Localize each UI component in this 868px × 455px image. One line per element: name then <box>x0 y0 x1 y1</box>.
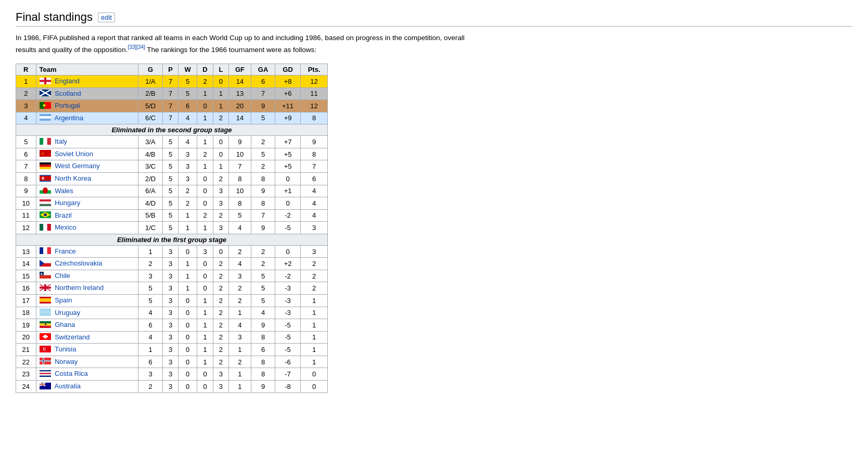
pts-cell: 4 <box>301 197 328 210</box>
table-row: 2 Scotland 2/B 7 5 1 1 13 7 +6 11 <box>16 87 328 100</box>
team-link[interactable]: Brazil <box>55 211 72 219</box>
team-link[interactable]: Chile <box>55 272 70 280</box>
svg-rect-2 <box>40 80 51 82</box>
team-link[interactable]: West Germany <box>55 162 99 170</box>
played-cell: 3 <box>162 270 178 282</box>
team-cell: Brazil <box>36 209 138 222</box>
gf-cell: 1 <box>228 368 251 381</box>
flag-icon <box>40 309 51 317</box>
gd-cell: -3 <box>275 282 300 295</box>
team-link[interactable]: Switzerland <box>55 333 90 341</box>
svg-rect-59 <box>40 313 51 314</box>
team-link[interactable]: Northern Ireland <box>55 284 104 292</box>
team-cell: Portugal <box>36 100 138 112</box>
ga-cell: 8 <box>251 368 275 381</box>
flag-icon <box>40 78 51 86</box>
svg-rect-53 <box>40 298 51 302</box>
gd-cell: -7 <box>275 368 300 381</box>
team-cell: France <box>36 245 138 258</box>
team-link[interactable]: Soviet Union <box>55 150 93 158</box>
group-cell: 5 <box>138 282 163 295</box>
gf-cell: 4 <box>228 222 251 234</box>
table-row: 4 Argentina 6/C 7 4 1 2 14 5 +9 8 <box>16 112 328 124</box>
table-row: 17 Spain 5 3 0 1 2 2 5 -3 1 <box>16 295 328 307</box>
ga-cell: 7 <box>251 87 275 100</box>
won-cell: 0 <box>178 319 197 332</box>
won-cell: 0 <box>178 356 197 368</box>
drawn-cell: 1 <box>197 344 213 356</box>
ga-cell: 9 <box>251 319 275 332</box>
svg-rect-63 <box>40 325 51 327</box>
team-link[interactable]: Spain <box>55 296 72 304</box>
team-link[interactable]: Portugal <box>55 102 80 109</box>
team-link[interactable]: Costa Rica <box>55 370 88 377</box>
team-cell: Argentina <box>36 112 138 124</box>
gf-cell: 4 <box>228 258 251 270</box>
table-row: 21 ☽ Tunisia 1 3 0 1 2 1 6 -5 1 <box>16 344 328 356</box>
drawn-cell: 1 <box>197 295 213 307</box>
gd-cell: -2 <box>275 209 300 222</box>
svg-rect-78 <box>40 372 51 373</box>
gd-cell: -5 <box>275 344 300 356</box>
team-link[interactable]: Ghana <box>55 321 75 328</box>
team-link[interactable]: Scotland <box>55 90 81 97</box>
section-header-text: Eliminated in the first group stage <box>16 234 328 245</box>
flag-icon <box>40 284 51 293</box>
won-cell: 5 <box>178 75 197 88</box>
col-g: G <box>138 64 163 75</box>
table-row: 3 Portugal 5/D 7 6 0 1 20 9 +11 12 <box>16 100 328 112</box>
lost-cell: 2 <box>213 295 228 307</box>
group-cell: 2 <box>138 258 163 270</box>
team-link[interactable]: Australia <box>54 382 81 390</box>
team-cell: Italy <box>36 136 138 148</box>
team-link[interactable]: England <box>55 77 80 85</box>
svg-rect-21 <box>40 175 51 180</box>
gd-cell: -6 <box>275 356 300 368</box>
team-cell: Switzerland <box>36 331 138 344</box>
played-cell: 3 <box>162 380 178 393</box>
pts-cell: 0 <box>301 368 328 381</box>
team-link[interactable]: Tunisia <box>55 345 76 353</box>
team-link[interactable]: France <box>55 247 75 255</box>
played-cell: 7 <box>162 100 178 112</box>
svg-rect-30 <box>40 204 51 206</box>
rank-cell: 15 <box>16 270 36 282</box>
team-link[interactable]: North Korea <box>55 174 91 182</box>
team-link[interactable]: Uruguay <box>55 309 80 317</box>
svg-rect-54 <box>40 301 51 303</box>
team-link[interactable]: Czechoslovakia <box>55 259 102 267</box>
col-pts: Pts. <box>301 64 328 75</box>
team-link[interactable]: Italy <box>55 137 67 145</box>
svg-rect-28 <box>40 199 51 201</box>
group-cell: 4/B <box>138 148 163 160</box>
lost-cell: 3 <box>213 222 228 234</box>
lost-cell: 2 <box>213 209 228 222</box>
flag-icon <box>40 187 51 195</box>
svg-rect-10 <box>40 117 51 119</box>
team-link[interactable]: Hungary <box>55 199 80 207</box>
table-row: 5 Italy 3/A 5 4 1 0 9 2 +7 9 <box>16 136 328 148</box>
gd-cell: -5 <box>275 331 300 344</box>
team-link[interactable]: Norway <box>55 358 78 365</box>
team-link[interactable]: Argentina <box>54 114 83 122</box>
team-link[interactable]: Wales <box>55 187 73 195</box>
svg-text:★: ★ <box>44 323 47 326</box>
drawn-cell: 0 <box>197 258 213 270</box>
played-cell: 3 <box>162 258 178 270</box>
flag-icon <box>40 224 51 232</box>
team-link[interactable]: Mexico <box>55 223 76 231</box>
svg-rect-34 <box>40 224 43 231</box>
edit-link[interactable]: edit <box>98 12 115 22</box>
lost-cell: 0 <box>213 136 228 148</box>
gf-cell: 2 <box>228 282 251 295</box>
table-row: 23 Costa Rica 3 3 0 0 3 1 8 -7 0 <box>16 368 328 381</box>
pts-cell: 1 <box>301 356 328 368</box>
played-cell: 3 <box>162 368 178 381</box>
ga-cell: 8 <box>251 331 275 344</box>
lost-cell: 0 <box>213 75 228 88</box>
team-cell: ★ North Korea <box>36 172 138 185</box>
pts-cell: 9 <box>301 136 328 148</box>
played-cell: 7 <box>162 112 178 124</box>
ga-cell: 8 <box>251 356 275 368</box>
flag-icon <box>40 260 51 268</box>
